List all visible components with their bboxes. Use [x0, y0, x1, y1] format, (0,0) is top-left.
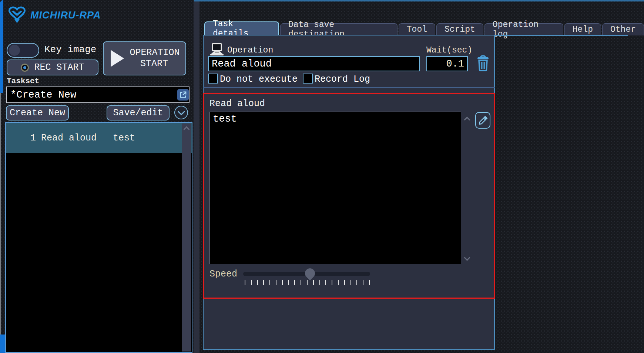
operation-value: Read aloud	[212, 58, 272, 69]
task-list-scrollbar[interactable]	[182, 123, 191, 352]
tab-operation-log[interactable]: Operation log	[484, 23, 563, 35]
tab-help[interactable]: Help	[564, 23, 601, 35]
taskset-label: Taskset	[7, 77, 39, 85]
tab-data-save-destination[interactable]: Data save destination	[280, 23, 398, 35]
wait-sec-label: Wait(sec)	[426, 45, 472, 55]
do-not-execute-checkbox[interactable]	[208, 74, 218, 84]
wait-sec-value: 0.1	[446, 58, 464, 69]
chevron-up-icon	[184, 126, 190, 133]
taskset-input[interactable]: *Create New	[6, 86, 189, 103]
panel-divider	[194, 0, 199, 353]
read-aloud-text: test	[213, 113, 237, 125]
create-new-button[interactable]: Create New	[6, 105, 69, 121]
toggle-knob-icon	[9, 45, 20, 56]
play-icon	[111, 50, 124, 67]
app-logo-icon	[7, 5, 27, 26]
rec-start-label: REC START	[34, 62, 84, 73]
operation-input[interactable]: Read aloud	[208, 56, 420, 71]
speed-slider-ticks	[245, 280, 370, 285]
task-list-row-selected[interactable]: 1 Read aloud test	[6, 123, 192, 153]
read-aloud-section-label: Read aloud	[209, 98, 265, 109]
window-accent-bar	[0, 0, 3, 93]
trash-icon	[476, 55, 490, 71]
task-index: 1	[30, 133, 36, 143]
edit-text-button[interactable]	[475, 112, 490, 129]
task-value: test	[113, 133, 135, 143]
rec-start-button[interactable]: REC START	[7, 60, 98, 75]
open-in-new-icon	[179, 91, 187, 99]
speed-label: Speed	[209, 269, 237, 279]
key-image-label: Key image	[44, 44, 96, 55]
taskset-value: *Create New	[10, 89, 76, 101]
tab-task-details[interactable]: Task details	[204, 21, 279, 35]
computer-icon	[209, 43, 225, 57]
operation-section-divider	[203, 87, 495, 88]
key-image-toggle[interactable]	[7, 43, 39, 58]
read-aloud-textarea[interactable]: test	[209, 112, 461, 264]
operation-label: Operation	[227, 45, 273, 55]
tab-other[interactable]: Other	[602, 23, 644, 35]
wait-sec-input[interactable]: 0.1	[426, 56, 468, 71]
window-edge-line	[0, 93, 1, 337]
record-log-checkbox[interactable]	[303, 74, 313, 84]
tab-script[interactable]: Script	[436, 23, 483, 35]
create-new-label: Create New	[10, 108, 65, 118]
task-list[interactable]: 1 Read aloud test	[5, 122, 192, 353]
operation-start-label: OPERATION START	[130, 47, 179, 69]
task-operation: Read aloud	[41, 133, 97, 143]
save-edit-button[interactable]: Save/edit	[107, 105, 170, 121]
tab-bar: Task details Data save destination Tool …	[204, 21, 644, 35]
pencil-icon	[478, 116, 488, 125]
do-not-execute-label: Do not execute	[220, 74, 298, 85]
taskset-dropdown-button[interactable]	[174, 106, 188, 119]
window-top-border	[194, 0, 644, 1]
tab-tool[interactable]: Tool	[399, 23, 435, 35]
record-radio-icon	[21, 64, 29, 72]
chevron-down-icon	[178, 108, 185, 115]
taskset-open-button[interactable]	[177, 89, 189, 101]
save-edit-label: Save/edit	[113, 108, 163, 118]
operation-start-button[interactable]: OPERATION START	[103, 41, 186, 75]
app-title: MICHIRU-RPA	[30, 10, 101, 21]
app-window: { "app": { "brand": "MICHIRU-RPA", "acce…	[0, 0, 644, 353]
record-log-label: Record Log	[315, 74, 370, 85]
delete-operation-button[interactable]	[475, 54, 491, 72]
